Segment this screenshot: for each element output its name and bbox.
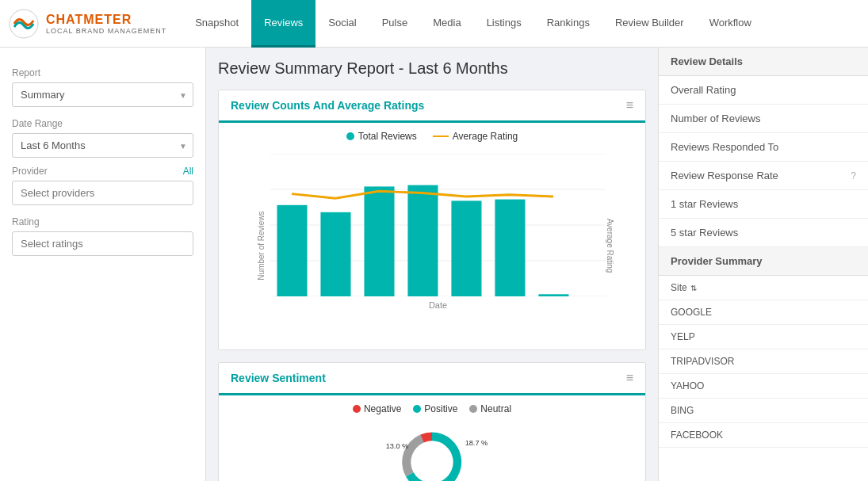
- site-header: Site ⇅: [659, 276, 868, 300]
- chart1-body: Total Reviews Average Rating: [219, 123, 645, 349]
- pct-negative-label: 18.7 %: [465, 439, 488, 447]
- date-select-wrapper: Last 6 Months: [12, 133, 193, 158]
- panel-item-overall-rating[interactable]: Overall Rating: [659, 76, 868, 105]
- provider-bing[interactable]: BING: [659, 399, 868, 423]
- provider-header: Provider All: [12, 166, 193, 177]
- y-axis-right-label: Average Rating: [606, 219, 614, 273]
- chart2-header: Review Sentiment ≡: [219, 363, 645, 395]
- provider-all-link[interactable]: All: [183, 166, 193, 177]
- legend-dot-positive: [413, 405, 421, 413]
- bar-jun: [320, 212, 350, 296]
- legend-label-neutral: Neutral: [480, 403, 511, 414]
- panel-label-overall-rating: Overall Rating: [671, 84, 736, 96]
- chart2-card: Review Sentiment ≡ Negative Positive Ne: [218, 362, 646, 481]
- legend-avg-rating: Average Rating: [433, 131, 518, 142]
- chart1-menu-icon[interactable]: ≡: [626, 98, 633, 113]
- date-range-label: Date Range: [12, 118, 193, 129]
- legend-label-positive: Positive: [424, 403, 457, 414]
- chart2-body: Negative Positive Neutral: [219, 395, 645, 481]
- bar-sep: [451, 200, 481, 296]
- brand-sub: LOCAL BRAND MANAGEMENT: [46, 27, 166, 35]
- provider-facebook[interactable]: FACEBOOK: [659, 423, 868, 448]
- panel-label-1star: 1 star Reviews: [671, 198, 738, 210]
- nav-listings[interactable]: Listings: [474, 0, 534, 48]
- main-layout: Report Summary Date Range Last 6 Months …: [0, 48, 868, 481]
- nav-review-builder[interactable]: Review Builder: [602, 0, 697, 48]
- bar-oct: [495, 200, 525, 296]
- report-select-wrapper: Summary: [12, 82, 193, 107]
- legend-dot-reviews: [346, 132, 354, 140]
- logo-area: CHATMETER LOCAL BRAND MANAGEMENT: [8, 8, 166, 40]
- nav-media[interactable]: Media: [420, 0, 473, 48]
- main-nav: Snapshot Reviews Social Pulse Media List…: [182, 0, 764, 48]
- legend-line-rating: [433, 136, 449, 137]
- page-title: Review Summary Report - Last 6 Months: [218, 59, 646, 78]
- legend-label-rating: Average Rating: [453, 131, 518, 142]
- legend-neutral: Neutral: [469, 403, 511, 414]
- chart1-title: Review Counts And Average Ratings: [231, 99, 424, 112]
- legend-total-reviews: Total Reviews: [346, 131, 417, 142]
- chart1-card: Review Counts And Average Ratings ≡ Tota…: [218, 90, 646, 350]
- panel-item-5star[interactable]: 5 star Reviews: [659, 219, 868, 247]
- chart1-legend: Total Reviews Average Rating: [227, 131, 637, 142]
- x-axis-label: Date: [270, 300, 606, 310]
- provider-tripadvisor[interactable]: TRIPADVISOR: [659, 349, 868, 374]
- panel-label-num-reviews: Number of Reviews: [671, 113, 760, 124]
- logo-text: CHATMETER LOCAL BRAND MANAGEMENT: [46, 13, 166, 35]
- provider-summary-header: Provider Summary: [659, 247, 868, 276]
- nav-social[interactable]: Social: [315, 0, 369, 48]
- nav-pulse[interactable]: Pulse: [369, 0, 421, 48]
- provider-yahoo[interactable]: YAHOO: [659, 374, 868, 399]
- donut-center: [402, 432, 461, 481]
- sort-icon: ⇅: [690, 284, 697, 292]
- panel-item-1star[interactable]: 1 star Reviews: [659, 190, 868, 219]
- panel-label-response-rate: Review Response Rate: [671, 170, 778, 181]
- legend-dot-negative: [353, 405, 361, 413]
- sentiment-legend: Negative Positive Neutral: [353, 403, 511, 414]
- panel-item-response-rate[interactable]: Review Response Rate ?: [659, 162, 868, 190]
- nav-workflow[interactable]: Workflow: [697, 0, 764, 48]
- provider-input[interactable]: [12, 181, 193, 205]
- donut-hole: [414, 444, 451, 481]
- legend-label-negative: Negative: [364, 403, 401, 414]
- report-label: Report: [12, 67, 193, 78]
- bar-nov: [538, 294, 568, 296]
- panel-item-responded[interactable]: Reviews Responded To: [659, 133, 868, 162]
- bar-aug: [407, 185, 438, 296]
- chart1-header: Review Counts And Average Ratings ≡: [219, 90, 645, 123]
- nav-rankings[interactable]: Rankings: [534, 0, 602, 48]
- content-area: Review Summary Report - Last 6 Months Re…: [206, 48, 658, 481]
- rating-label: Rating: [12, 216, 193, 227]
- donut-wrapper: 13.0 % 18.7 %: [361, 422, 503, 481]
- sidebar: Report Summary Date Range Last 6 Months …: [0, 48, 206, 481]
- y-axis-left-label: Number of Reviews: [257, 211, 266, 280]
- legend-positive: Positive: [413, 403, 457, 414]
- top-bar: CHATMETER LOCAL BRAND MANAGEMENT Snapsho…: [0, 0, 868, 48]
- provider-yelp[interactable]: YELP: [659, 325, 868, 349]
- provider-google[interactable]: GOOGLE: [659, 300, 868, 325]
- panel-label-5star: 5 star Reviews: [671, 227, 738, 239]
- bar-may: [277, 205, 307, 296]
- provider-label: Provider: [12, 166, 48, 177]
- brand-name: CHATMETER: [46, 13, 166, 27]
- chart1-svg: May '18 Jun '18 Jul '18 Aug '18 Sep '18 …: [270, 154, 606, 296]
- pct-positive-label: 13.0 %: [386, 442, 409, 450]
- bar-jul: [364, 186, 394, 296]
- legend-dot-neutral: [469, 405, 477, 413]
- chart2-title: Review Sentiment: [231, 372, 326, 384]
- review-details-header: Review Details: [659, 48, 868, 76]
- logo-icon: [8, 8, 40, 40]
- donut-svg: 13.0 % 18.7 %: [361, 422, 503, 481]
- legend-label-reviews: Total Reviews: [358, 131, 417, 142]
- question-mark-icon: ?: [851, 170, 856, 181]
- chart1-plot-area: May '18 Jun '18 Jul '18 Aug '18 Sep '18 …: [227, 150, 637, 342]
- legend-negative: Negative: [353, 403, 401, 414]
- date-select[interactable]: Last 6 Months: [12, 133, 193, 158]
- chart2-menu-icon[interactable]: ≡: [626, 371, 633, 385]
- nav-snapshot[interactable]: Snapshot: [182, 0, 251, 48]
- panel-item-num-reviews[interactable]: Number of Reviews: [659, 105, 868, 133]
- nav-reviews[interactable]: Reviews: [251, 0, 315, 48]
- report-select[interactable]: Summary: [12, 82, 193, 107]
- panel-label-responded: Reviews Responded To: [671, 141, 778, 153]
- rating-input[interactable]: [12, 231, 193, 256]
